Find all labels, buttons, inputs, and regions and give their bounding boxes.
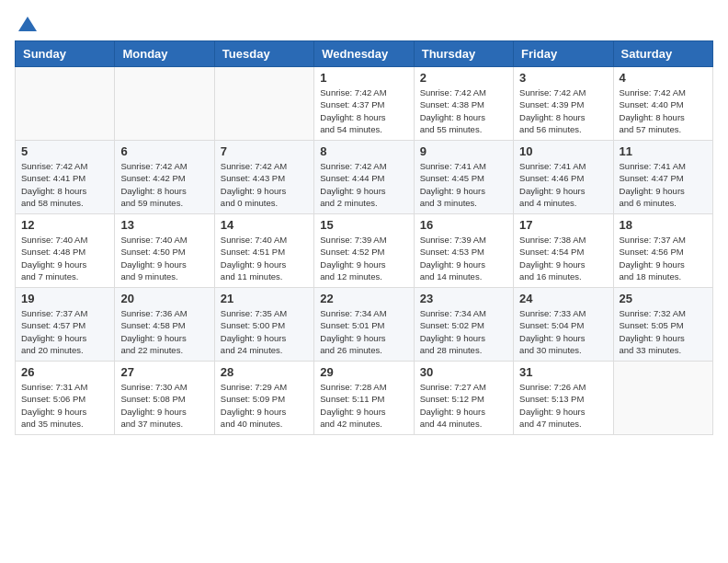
day-number: 6 xyxy=(120,144,208,158)
column-header-wednesday: Wednesday xyxy=(314,41,414,67)
day-info: Sunrise: 7:40 AM Sunset: 4:50 PM Dayligh… xyxy=(120,234,208,282)
day-info: Sunrise: 7:35 AM Sunset: 5:00 PM Dayligh… xyxy=(221,307,308,356)
day-number: 28 xyxy=(221,365,308,379)
day-number: 20 xyxy=(120,292,208,305)
calendar-cell: 3Sunrise: 7:42 AM Sunset: 4:39 PM Daylig… xyxy=(514,67,613,141)
day-info: Sunrise: 7:41 AM Sunset: 4:47 PM Dayligh… xyxy=(620,160,707,209)
calendar-cell: 24Sunrise: 7:33 AM Sunset: 5:04 PM Dayli… xyxy=(514,288,613,362)
calendar-cell: 14Sunrise: 7:40 AM Sunset: 4:51 PM Dayli… xyxy=(214,214,313,288)
column-header-tuesday: Tuesday xyxy=(214,41,313,67)
day-info: Sunrise: 7:39 AM Sunset: 4:52 PM Dayligh… xyxy=(320,234,407,282)
calendar-cell xyxy=(16,67,115,141)
column-header-monday: Monday xyxy=(115,41,214,67)
day-number: 5 xyxy=(21,144,108,158)
day-number: 24 xyxy=(519,292,607,305)
calendar-cell xyxy=(214,67,313,141)
day-number: 30 xyxy=(420,365,507,379)
calendar-cell: 31Sunrise: 7:26 AM Sunset: 5:13 PM Dayli… xyxy=(514,362,613,435)
calendar-cell: 22Sunrise: 7:34 AM Sunset: 5:01 PM Dayli… xyxy=(314,288,414,362)
day-info: Sunrise: 7:34 AM Sunset: 5:02 PM Dayligh… xyxy=(420,307,507,356)
calendar-cell: 10Sunrise: 7:41 AM Sunset: 4:46 PM Dayli… xyxy=(514,141,613,214)
day-info: Sunrise: 7:28 AM Sunset: 5:11 PM Dayligh… xyxy=(320,381,407,430)
day-number: 1 xyxy=(320,71,407,85)
day-info: Sunrise: 7:26 AM Sunset: 5:13 PM Dayligh… xyxy=(519,381,607,430)
day-number: 2 xyxy=(420,71,507,85)
logo xyxy=(15,15,39,29)
week-row-2: 5Sunrise: 7:42 AM Sunset: 4:41 PM Daylig… xyxy=(16,141,713,214)
day-number: 23 xyxy=(420,292,507,305)
day-info: Sunrise: 7:30 AM Sunset: 5:08 PM Dayligh… xyxy=(120,381,208,430)
day-info: Sunrise: 7:27 AM Sunset: 5:12 PM Dayligh… xyxy=(420,381,507,430)
day-info: Sunrise: 7:42 AM Sunset: 4:43 PM Dayligh… xyxy=(221,160,308,209)
column-header-saturday: Saturday xyxy=(613,41,712,67)
day-number: 29 xyxy=(320,365,407,379)
day-number: 27 xyxy=(120,365,208,379)
day-info: Sunrise: 7:42 AM Sunset: 4:42 PM Dayligh… xyxy=(120,160,208,209)
calendar-cell: 19Sunrise: 7:37 AM Sunset: 4:57 PM Dayli… xyxy=(16,288,115,362)
calendar-cell: 16Sunrise: 7:39 AM Sunset: 4:53 PM Dayli… xyxy=(414,214,513,288)
calendar-cell: 1Sunrise: 7:42 AM Sunset: 4:37 PM Daylig… xyxy=(314,67,414,141)
day-number: 26 xyxy=(21,365,108,379)
svg-marker-0 xyxy=(18,17,37,31)
day-info: Sunrise: 7:40 AM Sunset: 4:51 PM Dayligh… xyxy=(221,234,308,282)
day-number: 9 xyxy=(420,144,507,158)
day-number: 31 xyxy=(519,365,607,379)
calendar-cell: 27Sunrise: 7:30 AM Sunset: 5:08 PM Dayli… xyxy=(115,362,214,435)
calendar-cell: 13Sunrise: 7:40 AM Sunset: 4:50 PM Dayli… xyxy=(115,214,214,288)
week-row-1: 1Sunrise: 7:42 AM Sunset: 4:37 PM Daylig… xyxy=(16,67,713,141)
calendar-cell: 23Sunrise: 7:34 AM Sunset: 5:02 PM Dayli… xyxy=(414,288,513,362)
day-info: Sunrise: 7:37 AM Sunset: 4:56 PM Dayligh… xyxy=(620,234,707,282)
column-header-thursday: Thursday xyxy=(414,41,513,67)
column-header-friday: Friday xyxy=(514,41,613,67)
day-info: Sunrise: 7:42 AM Sunset: 4:38 PM Dayligh… xyxy=(420,86,507,135)
day-info: Sunrise: 7:42 AM Sunset: 4:40 PM Dayligh… xyxy=(620,86,707,135)
day-info: Sunrise: 7:38 AM Sunset: 4:54 PM Dayligh… xyxy=(519,234,607,282)
day-number: 4 xyxy=(620,71,707,85)
logo-icon xyxy=(17,15,39,33)
calendar-cell: 8Sunrise: 7:42 AM Sunset: 4:44 PM Daylig… xyxy=(314,141,414,214)
day-info: Sunrise: 7:31 AM Sunset: 5:06 PM Dayligh… xyxy=(21,381,108,430)
calendar-cell: 9Sunrise: 7:41 AM Sunset: 4:45 PM Daylig… xyxy=(414,141,513,214)
day-info: Sunrise: 7:37 AM Sunset: 4:57 PM Dayligh… xyxy=(21,307,108,356)
calendar-header-row: SundayMondayTuesdayWednesdayThursdayFrid… xyxy=(16,41,713,67)
calendar-cell: 30Sunrise: 7:27 AM Sunset: 5:12 PM Dayli… xyxy=(414,362,513,435)
day-info: Sunrise: 7:42 AM Sunset: 4:41 PM Dayligh… xyxy=(21,160,108,209)
calendar-cell: 18Sunrise: 7:37 AM Sunset: 4:56 PM Dayli… xyxy=(613,214,712,288)
calendar-cell: 17Sunrise: 7:38 AM Sunset: 4:54 PM Dayli… xyxy=(514,214,613,288)
day-number: 15 xyxy=(320,218,407,232)
page-header xyxy=(15,15,713,29)
day-number: 21 xyxy=(221,292,308,305)
day-info: Sunrise: 7:41 AM Sunset: 4:45 PM Dayligh… xyxy=(420,160,507,209)
calendar-cell: 11Sunrise: 7:41 AM Sunset: 4:47 PM Dayli… xyxy=(613,141,712,214)
day-number: 3 xyxy=(519,71,607,85)
day-info: Sunrise: 7:34 AM Sunset: 5:01 PM Dayligh… xyxy=(320,307,407,356)
day-info: Sunrise: 7:42 AM Sunset: 4:39 PM Dayligh… xyxy=(519,86,607,135)
calendar-cell: 7Sunrise: 7:42 AM Sunset: 4:43 PM Daylig… xyxy=(214,141,313,214)
calendar-cell: 5Sunrise: 7:42 AM Sunset: 4:41 PM Daylig… xyxy=(16,141,115,214)
day-number: 13 xyxy=(120,218,208,232)
calendar-cell: 29Sunrise: 7:28 AM Sunset: 5:11 PM Dayli… xyxy=(314,362,414,435)
day-info: Sunrise: 7:42 AM Sunset: 4:44 PM Dayligh… xyxy=(320,160,407,209)
calendar-cell: 21Sunrise: 7:35 AM Sunset: 5:00 PM Dayli… xyxy=(214,288,313,362)
day-number: 14 xyxy=(221,218,308,232)
calendar-cell xyxy=(613,362,712,435)
day-info: Sunrise: 7:33 AM Sunset: 5:04 PM Dayligh… xyxy=(519,307,607,356)
calendar-cell: 28Sunrise: 7:29 AM Sunset: 5:09 PM Dayli… xyxy=(214,362,313,435)
day-info: Sunrise: 7:29 AM Sunset: 5:09 PM Dayligh… xyxy=(221,381,308,430)
day-number: 10 xyxy=(519,144,607,158)
day-number: 17 xyxy=(519,218,607,232)
calendar-cell: 4Sunrise: 7:42 AM Sunset: 4:40 PM Daylig… xyxy=(613,67,712,141)
calendar-cell xyxy=(115,67,214,141)
calendar-cell: 12Sunrise: 7:40 AM Sunset: 4:48 PM Dayli… xyxy=(16,214,115,288)
day-number: 22 xyxy=(320,292,407,305)
week-row-4: 19Sunrise: 7:37 AM Sunset: 4:57 PM Dayli… xyxy=(16,288,713,362)
calendar-cell: 6Sunrise: 7:42 AM Sunset: 4:42 PM Daylig… xyxy=(115,141,214,214)
calendar-cell: 25Sunrise: 7:32 AM Sunset: 5:05 PM Dayli… xyxy=(613,288,712,362)
week-row-3: 12Sunrise: 7:40 AM Sunset: 4:48 PM Dayli… xyxy=(16,214,713,288)
day-info: Sunrise: 7:40 AM Sunset: 4:48 PM Dayligh… xyxy=(21,234,108,282)
day-number: 19 xyxy=(21,292,108,305)
calendar-cell: 15Sunrise: 7:39 AM Sunset: 4:52 PM Dayli… xyxy=(314,214,414,288)
day-info: Sunrise: 7:42 AM Sunset: 4:37 PM Dayligh… xyxy=(320,86,407,135)
column-header-sunday: Sunday xyxy=(16,41,115,67)
day-number: 12 xyxy=(21,218,108,232)
